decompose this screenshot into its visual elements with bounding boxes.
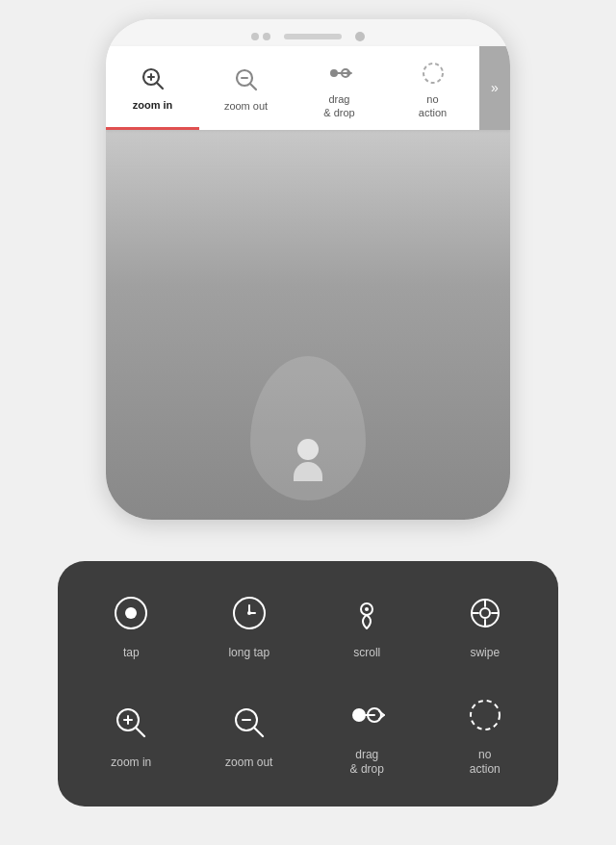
action-drag-drop-label: drag& drop: [350, 748, 384, 778]
toolbar-no-action-label: noaction: [419, 92, 447, 120]
person-body: [294, 462, 322, 481]
scroll-icon: [344, 590, 390, 636]
zoom-in-icon: [138, 64, 168, 94]
phone-top-bar: [106, 19, 510, 46]
phone-camera: [355, 32, 365, 41]
action-zoom-in-icon: [108, 700, 154, 746]
action-zoom-out-icon: [226, 700, 272, 746]
action-swipe[interactable]: swipe: [431, 590, 540, 661]
phone-dot: [263, 33, 270, 40]
action-zoom-out[interactable]: zoom out: [195, 692, 304, 778]
svg-point-19: [365, 607, 369, 611]
svg-point-21: [480, 608, 490, 618]
phone-dots: [251, 33, 270, 40]
action-panel: tap long tap scroll: [58, 561, 558, 807]
action-no-action[interactable]: noaction: [431, 692, 540, 778]
toolbar-zoom-in[interactable]: zoom in: [106, 46, 199, 130]
toolbar-no-action[interactable]: noaction: [386, 46, 479, 130]
svg-point-17: [247, 611, 251, 615]
tap-label: tap: [123, 646, 140, 661]
action-drag-drop[interactable]: drag& drop: [313, 692, 422, 778]
action-drag-drop-icon: [344, 692, 390, 738]
svg-line-29: [136, 728, 144, 736]
tap-icon: [108, 590, 154, 636]
svg-point-11: [424, 64, 443, 83]
long-tap-icon: [226, 590, 272, 636]
toolbar-arrow-label: »: [491, 80, 499, 95]
swipe-icon: [462, 590, 508, 636]
phone-toolbar: zoom in zoom out: [106, 46, 510, 130]
phone-dot: [251, 33, 259, 40]
scroll-label: scroll: [353, 646, 380, 661]
action-zoom-in[interactable]: zoom in: [77, 692, 186, 778]
toolbar-zoom-out-label: zoom out: [224, 99, 268, 113]
phone-speaker: [284, 34, 342, 39]
svg-line-32: [254, 728, 263, 736]
zoom-out-icon: [231, 64, 262, 95]
action-no-action-label: noaction: [470, 748, 500, 778]
svg-point-37: [471, 701, 500, 730]
action-long-tap[interactable]: long tap: [195, 590, 304, 661]
svg-point-7: [330, 69, 338, 77]
toolbar-zoom-in-label: zoom in: [133, 98, 173, 112]
action-scroll[interactable]: scroll: [313, 590, 422, 661]
screen-person: [294, 439, 322, 481]
action-zoom-out-label: zoom out: [225, 755, 272, 771]
action-no-action-icon: [462, 692, 508, 738]
person-head: [297, 439, 319, 460]
toolbar-zoom-out[interactable]: zoom out: [199, 46, 293, 130]
toolbar-drag-drop-label: drag& drop: [323, 92, 354, 120]
action-zoom-in-label: zoom in: [111, 755, 151, 771]
svg-point-13: [125, 607, 137, 619]
long-tap-label: long tap: [228, 646, 270, 661]
swipe-label: swipe: [470, 646, 500, 661]
svg-point-33: [352, 708, 366, 722]
phone-mockup: zoom in zoom out: [106, 19, 510, 520]
drag-drop-icon: [324, 58, 355, 89]
phone-screen: [106, 130, 510, 520]
toolbar-arrow[interactable]: »: [479, 46, 510, 130]
svg-line-6: [250, 84, 256, 90]
svg-line-3: [157, 83, 163, 89]
no-action-icon: [418, 58, 449, 89]
toolbar-drag-drop[interactable]: drag& drop: [293, 46, 386, 130]
action-tap[interactable]: tap: [77, 590, 186, 661]
